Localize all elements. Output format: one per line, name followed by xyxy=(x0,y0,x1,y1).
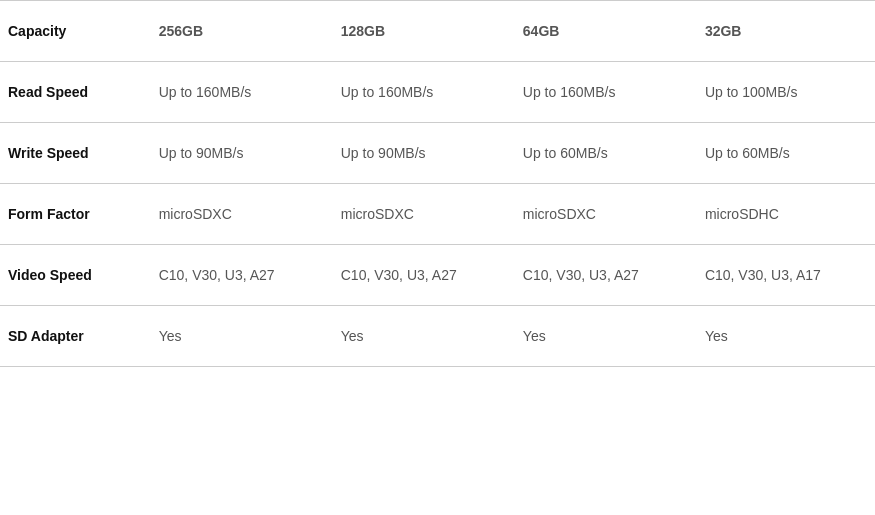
read-speed-col2: Up to 160MB/s xyxy=(329,62,511,123)
capacity-label: Capacity xyxy=(0,1,147,62)
comparison-table: Capacity 256GB 128GB 64GB 32GB Read Spee… xyxy=(0,0,875,367)
sd-adapter-label: SD Adapter xyxy=(0,306,147,367)
form-factor-col4: microSDHC xyxy=(693,184,875,245)
read-speed-row: Read Speed Up to 160MB/s Up to 160MB/s U… xyxy=(0,62,875,123)
write-speed-label: Write Speed xyxy=(0,123,147,184)
sd-adapter-col4: Yes xyxy=(693,306,875,367)
video-speed-col4: C10, V30, U3, A17 xyxy=(693,245,875,306)
read-speed-col1: Up to 160MB/s xyxy=(147,62,329,123)
read-speed-col3: Up to 160MB/s xyxy=(511,62,693,123)
video-speed-label: Video Speed xyxy=(0,245,147,306)
sd-adapter-row: SD Adapter Yes Yes Yes Yes xyxy=(0,306,875,367)
sd-adapter-col2: Yes xyxy=(329,306,511,367)
sd-adapter-col1: Yes xyxy=(147,306,329,367)
form-factor-col2: microSDXC xyxy=(329,184,511,245)
write-speed-col1: Up to 90MB/s xyxy=(147,123,329,184)
write-speed-col2: Up to 90MB/s xyxy=(329,123,511,184)
read-speed-col4: Up to 100MB/s xyxy=(693,62,875,123)
write-speed-col4: Up to 60MB/s xyxy=(693,123,875,184)
form-factor-row: Form Factor microSDXC microSDXC microSDX… xyxy=(0,184,875,245)
video-speed-col1: C10, V30, U3, A27 xyxy=(147,245,329,306)
header-row: Capacity 256GB 128GB 64GB 32GB xyxy=(0,1,875,62)
header-col4: 32GB xyxy=(693,1,875,62)
form-factor-label: Form Factor xyxy=(0,184,147,245)
write-speed-col3: Up to 60MB/s xyxy=(511,123,693,184)
read-speed-label: Read Speed xyxy=(0,62,147,123)
header-col3: 64GB xyxy=(511,1,693,62)
write-speed-row: Write Speed Up to 90MB/s Up to 90MB/s Up… xyxy=(0,123,875,184)
form-factor-col3: microSDXC xyxy=(511,184,693,245)
sd-adapter-col3: Yes xyxy=(511,306,693,367)
video-speed-col2: C10, V30, U3, A27 xyxy=(329,245,511,306)
video-speed-col3: C10, V30, U3, A27 xyxy=(511,245,693,306)
header-col1: 256GB xyxy=(147,1,329,62)
header-col2: 128GB xyxy=(329,1,511,62)
video-speed-row: Video Speed C10, V30, U3, A27 C10, V30, … xyxy=(0,245,875,306)
form-factor-col1: microSDXC xyxy=(147,184,329,245)
